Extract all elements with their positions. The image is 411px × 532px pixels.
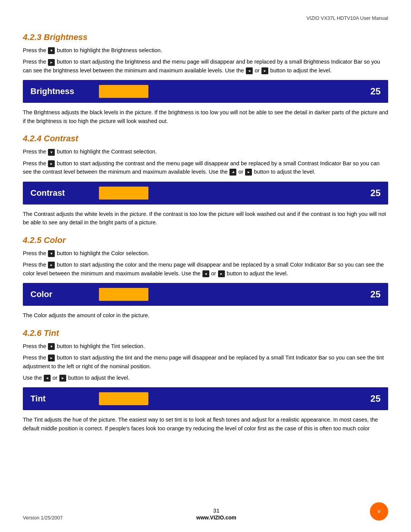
left-arrow-icon-t1: ◄ <box>44 375 51 382</box>
contrast-indicator-bar: Contrast 25 <box>23 182 388 204</box>
version-text: Version 1/25/2007 <box>23 515 63 521</box>
section-title-color: 4.2.5 Color <box>23 235 388 245</box>
color-para-1: Press the ▼ button to highlight the Colo… <box>23 249 388 257</box>
section-title-tint: 4.2.6 Tint <box>23 328 388 338</box>
page-content: VIZIO VX37L HDTV10A User Manual 4.2.3 Br… <box>0 0 411 471</box>
right-arrow-icon-col1: ► <box>48 262 55 268</box>
logo-letter: V <box>378 509 380 514</box>
footer-version: Version 1/25/2007 <box>23 515 63 521</box>
section-tint: 4.2.6 Tint Press the ▼ button to highlig… <box>23 328 388 433</box>
right-arrow-icon-t2: ► <box>59 375 66 382</box>
brightness-description: The Brightness adjusts the black levels … <box>23 108 388 125</box>
tint-para-3: Use the ◄ or ► button to adjust the leve… <box>23 374 388 382</box>
contrast-bar-fill-area <box>91 187 362 200</box>
down-arrow-icon-col: ▼ <box>48 250 55 257</box>
brightness-bar-fill <box>99 85 148 98</box>
website-text: www.VIZIO.com <box>196 514 236 521</box>
tint-bar-fill <box>99 392 148 405</box>
tint-bar-fill-area <box>91 392 362 405</box>
footer-center: 31 www.VIZIO.com <box>196 507 236 521</box>
down-arrow-icon-c: ▼ <box>48 149 55 156</box>
right-arrow-icon-2: ► <box>261 67 268 74</box>
brightness-para-1: Press the ▼ button to highlight the Brig… <box>23 46 388 54</box>
tint-indicator-bar: Tint 25 <box>23 387 388 410</box>
left-arrow-icon-c1: ◄ <box>229 169 236 176</box>
section-title-contrast: 4.2.4 Contrast <box>23 134 388 144</box>
right-arrow-icon-c2: ► <box>245 169 252 176</box>
brightness-bar-fill-area <box>91 85 362 98</box>
tint-bar-label: Tint <box>30 394 91 404</box>
left-arrow-icon-1: ◄ <box>246 67 253 74</box>
tint-description: The Tint adjusts the hue of the picture.… <box>23 415 388 433</box>
header-title: VIZIO VX37L HDTV10A User Manual <box>23 15 388 21</box>
page-footer: Version 1/25/2007 31 www.VIZIO.com V <box>0 502 411 521</box>
color-description: The Color adjusts the amount of color in… <box>23 311 388 320</box>
color-bar-value: 25 <box>362 289 381 300</box>
section-contrast: 4.2.4 Contrast Press the ▼ button to hig… <box>23 134 388 227</box>
section-title-brightness: 4.2.3 Brightness <box>23 32 388 42</box>
tint-bar-value: 25 <box>362 393 381 404</box>
brightness-bar-value: 25 <box>362 86 381 97</box>
brightness-bar-label: Brightness <box>30 86 91 96</box>
down-arrow-icon-t: ▼ <box>48 343 55 350</box>
contrast-bar-fill <box>99 187 148 200</box>
section-color: 4.2.5 Color Press the ▼ button to highli… <box>23 235 388 320</box>
color-indicator-bar: Color 25 <box>23 283 388 306</box>
color-bar-label: Color <box>30 289 91 299</box>
right-arrow-icon-t1: ► <box>48 355 55 361</box>
page-number: 31 <box>196 507 236 514</box>
brightness-indicator-bar: Brightness 25 <box>23 80 388 103</box>
manual-title: VIZIO VX37L HDTV10A User Manual <box>306 15 388 21</box>
right-arrow-icon-c1: ► <box>48 160 55 167</box>
left-arrow-icon-col1: ◄ <box>202 270 209 277</box>
right-arrow-icon-col2: ► <box>218 270 225 277</box>
contrast-description: The Contrast adjusts the white levels in… <box>23 210 388 227</box>
tint-para-1: Press the ▼ button to highlight the Tint… <box>23 342 388 350</box>
vizio-logo: V <box>370 502 388 521</box>
contrast-para-1: Press the ▼ button to highlight the Cont… <box>23 147 388 156</box>
contrast-bar-label: Contrast <box>30 188 91 198</box>
color-para-2: Press the ► button to start adjusting th… <box>23 260 388 278</box>
brightness-para-2: Press the ► button to start adjusting th… <box>23 58 388 75</box>
right-arrow-icon-1: ► <box>48 59 55 66</box>
section-brightness: 4.2.3 Brightness Press the ▼ button to h… <box>23 32 388 125</box>
color-bar-fill-area <box>91 288 362 301</box>
contrast-para-2: Press the ► button to start adjusting th… <box>23 159 388 176</box>
color-bar-fill <box>99 288 148 301</box>
contrast-bar-value: 25 <box>362 188 381 198</box>
down-arrow-icon: ▼ <box>48 47 55 54</box>
tint-para-2: Press the ► button to start adjusting th… <box>23 353 388 371</box>
